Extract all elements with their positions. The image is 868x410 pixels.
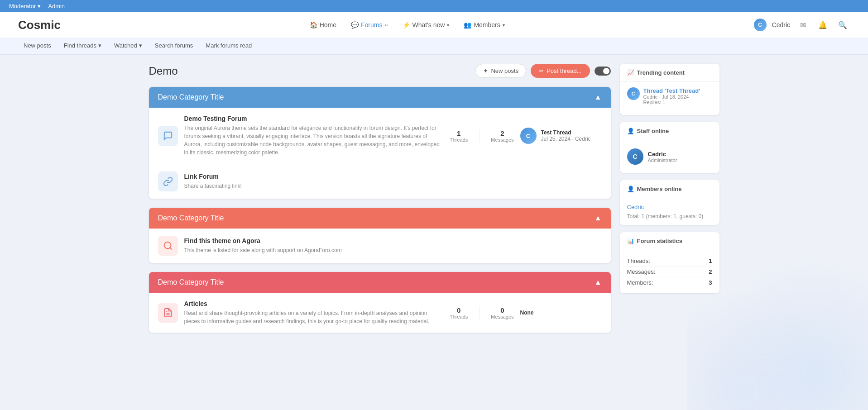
logo[interactable]: Cosmic [18, 18, 61, 32]
sub-nav-search-forums[interactable]: Search forums [149, 38, 199, 54]
last-post-avatar-1: C [520, 128, 537, 144]
sub-nav-mark-read[interactable]: Mark forums read [200, 38, 257, 54]
forum-row-3: Find this theme on Agora This theme is l… [149, 229, 611, 263]
last-post-title-1[interactable]: Test Thread [541, 129, 591, 136]
svg-line-1 [170, 248, 172, 249]
staff-online-widget: 👤 Staff online C Cedric Administrator [620, 122, 719, 173]
main-content: Demo ✦ New posts ✏ Post thread... Demo C… [149, 64, 611, 342]
trending-meta: Cedric · Jul 18, 2024 [643, 94, 700, 100]
forum-row-1: Demo Testing Forum The original Aurora t… [149, 108, 611, 164]
sub-nav: New posts Find threads ▾ Watched ▾ Searc… [0, 38, 868, 55]
nav-forums[interactable]: 💬 Forums •• [345, 18, 393, 32]
notifications-icon[interactable]: 🔔 [815, 18, 830, 32]
forum-stats-widget: 📊 Forum statistics Threads: 1 Messages: … [620, 232, 719, 293]
page-title-row: Demo ✦ New posts ✏ Post thread... [149, 64, 611, 78]
staff-member-1: C Cedric Administrator [627, 146, 712, 167]
forum-desc-2: Share a fascinating link! [184, 182, 602, 190]
members-icon: 👤 [627, 186, 634, 192]
home-icon: 🏠 [310, 21, 317, 29]
trending-icon: 📈 [627, 69, 634, 76]
page-container: Demo ✦ New posts ✏ Post thread... Demo C… [140, 55, 729, 351]
nav-whats-new[interactable]: ⚡ What's new ▾ [397, 18, 455, 32]
thread-count-4: 0 Threads [450, 306, 468, 319]
forum-info-3: Find this theme on Agora This theme is l… [184, 237, 602, 254]
lightning-icon: ⚡ [403, 21, 410, 29]
collapse-icon: ▲ [595, 278, 602, 286]
main-nav: 🏠 Home 💬 Forums •• ⚡ What's new ▾ 👥 Memb… [304, 18, 510, 32]
admin-bar: Moderator ▾ Admin [0, 0, 868, 12]
forum-stat-threads: Threads: 1 [627, 256, 712, 267]
thread-count-1: 1 Threads [450, 129, 468, 143]
forum-icon-4 [158, 303, 178, 323]
admin-link[interactable]: Admin [48, 3, 65, 10]
forum-name-2[interactable]: Link Forum [184, 173, 602, 180]
category-body-3: Articles Read and share thought-provokin… [149, 293, 611, 333]
forum-desc-3: This theme is listed for sale along with… [184, 246, 602, 254]
category-header-2[interactable]: Demo Category Title ▲ [149, 208, 611, 229]
members-online-body: Cedric Total: 1 (members: 1, guests: 0) [620, 198, 719, 225]
members-online-list[interactable]: Cedric [627, 204, 712, 210]
forum-info-4: Articles Read and share thought-provokin… [184, 300, 444, 325]
forum-stat-messages: Messages: 2 [627, 267, 712, 277]
search-icon[interactable]: 🔍 [835, 18, 850, 32]
staff-online-body: C Cedric Administrator [620, 140, 719, 173]
category-header-3[interactable]: Demo Category Title ▲ [149, 272, 611, 293]
forum-icon-1 [158, 126, 178, 146]
svg-point-0 [164, 242, 171, 249]
last-post-none: None [520, 310, 534, 316]
forum-row-4: Articles Read and share thought-provokin… [149, 293, 611, 333]
forum-stats-4: 0 Threads 0 Messages [450, 306, 514, 319]
page-title: Demo [149, 65, 178, 77]
trending-avatar: C [627, 87, 640, 100]
staff-info-1: Cedric Administrator [648, 151, 677, 163]
forum-name-4[interactable]: Articles [184, 300, 444, 307]
chevron-down-icon: ▾ [98, 42, 101, 49]
category-block-1: Demo Category Title ▲ Demo Testing Forum… [149, 87, 611, 199]
forum-desc-4: Read and share thought-provoking article… [184, 309, 444, 325]
moderator-menu[interactable]: Moderator ▾ [9, 3, 41, 10]
username-link[interactable]: Cedric [772, 21, 790, 29]
nav-members[interactable]: 👥 Members ▾ [458, 18, 510, 32]
header: Cosmic 🏠 Home 💬 Forums •• ⚡ What's new ▾… [0, 12, 868, 38]
forums-dots: •• [384, 23, 388, 28]
trending-thread-link[interactable]: Thread 'Test Thread' [643, 87, 700, 94]
forum-stats-body: Threads: 1 Messages: 2 Members: 3 [620, 250, 719, 293]
forum-info-1: Demo Testing Forum The original Aurora t… [184, 115, 444, 157]
trending-item-1: C Thread 'Test Thread' Cedric · Jul 18, … [627, 87, 712, 105]
category-body-1: Demo Testing Forum The original Aurora t… [149, 108, 611, 199]
last-post-info-1: Test Thread Jul 25, 2024 · Cedric [541, 129, 591, 142]
messages-icon[interactable]: ✉ [796, 18, 810, 32]
sidebar: 📈 Trending content C Thread 'Test Thread… [620, 64, 719, 342]
category-header-1[interactable]: Demo Category Title ▲ [149, 87, 611, 108]
forum-stat-members: Members: 3 [627, 277, 712, 288]
staff-icon: 👤 [627, 128, 634, 134]
forum-name-1[interactable]: Demo Testing Forum [184, 115, 444, 122]
forum-name-3[interactable]: Find this theme on Agora [184, 237, 602, 244]
staff-online-title: 👤 Staff online [620, 122, 719, 140]
sub-nav-find-threads[interactable]: Find threads ▾ [58, 38, 107, 54]
category-block-2: Demo Category Title ▲ Find this theme on… [149, 208, 611, 263]
staff-name-1[interactable]: Cedric [648, 151, 677, 157]
stat-divider [479, 306, 480, 319]
forum-info-2: Link Forum Share a fascinating link! [184, 173, 602, 190]
stats-icon: 📊 [627, 238, 634, 244]
forum-last-post-1: C Test Thread Jul 25, 2024 · Cedric [520, 128, 602, 144]
forum-stats-title: 📊 Forum statistics [620, 232, 719, 250]
staff-avatar-1: C [627, 148, 643, 165]
members-online-total: Total: 1 (members: 1, guests: 0) [627, 213, 712, 219]
theme-toggle[interactable] [595, 67, 611, 76]
category-body-2: Find this theme on Agora This theme is l… [149, 229, 611, 263]
forum-icon-2 [158, 172, 178, 191]
title-actions: ✦ New posts ✏ Post thread... [475, 64, 610, 78]
sub-nav-new-posts[interactable]: New posts [18, 38, 57, 54]
sub-nav-watched[interactable]: Watched ▾ [109, 38, 148, 54]
members-online-title: 👤 Members online [620, 180, 719, 198]
user-avatar[interactable]: C [754, 19, 767, 31]
chevron-down-icon: ▾ [139, 42, 142, 49]
post-thread-button[interactable]: ✏ Post thread... [531, 64, 590, 78]
new-posts-button[interactable]: ✦ New posts [475, 64, 526, 78]
message-count-1: 2 Messages [491, 129, 513, 143]
last-post-meta-1: Jul 25, 2024 · Cedric [541, 136, 591, 142]
nav-home[interactable]: 🏠 Home [304, 18, 342, 32]
edit-icon: ✏ [539, 67, 544, 74]
